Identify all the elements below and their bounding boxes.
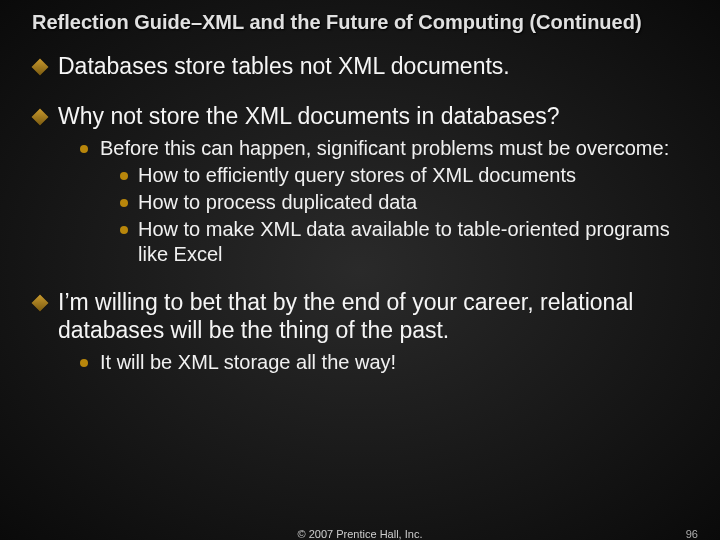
bullet-list: Databases store tables not XML documents…	[20, 53, 700, 375]
subsub-item: How to efficiently query stores of XML d…	[118, 163, 700, 188]
dot-icon	[120, 199, 128, 207]
diamond-icon	[32, 108, 49, 125]
sub-text: Before this can happen, significant prob…	[100, 137, 669, 159]
dot-icon	[120, 172, 128, 180]
slide: Reflection Guide–XML and the Future of C…	[0, 0, 720, 540]
subsub-item: How to process duplicated data	[118, 190, 700, 215]
sub-text: It will be XML storage all the way!	[100, 351, 396, 373]
bullet-text: Why not store the XML documents in datab…	[58, 103, 560, 129]
subsub-text: How to make XML data available to table-…	[138, 218, 670, 265]
slide-title: Reflection Guide–XML and the Future of C…	[32, 10, 700, 35]
sub-item: It will be XML storage all the way!	[78, 350, 700, 375]
bullet-text: I’m willing to bet that by the end of yo…	[58, 289, 633, 343]
subsub-text: How to efficiently query stores of XML d…	[138, 164, 576, 186]
dot-icon	[80, 145, 88, 153]
bullet-item: I’m willing to bet that by the end of yo…	[30, 289, 700, 375]
sub-list: It will be XML storage all the way!	[58, 350, 700, 375]
dot-icon	[80, 359, 88, 367]
bullet-text: Databases store tables not XML documents…	[58, 53, 510, 79]
diamond-icon	[32, 59, 49, 76]
sub-item: Before this can happen, significant prob…	[78, 136, 700, 267]
page-number: 96	[686, 528, 698, 540]
copyright-text: © 2007 Prentice Hall, Inc.	[0, 528, 720, 540]
subsub-text: How to process duplicated data	[138, 191, 417, 213]
subsub-item: How to make XML data available to table-…	[118, 217, 700, 267]
dot-icon	[120, 226, 128, 234]
sub-list: Before this can happen, significant prob…	[58, 136, 700, 267]
diamond-icon	[32, 295, 49, 312]
bullet-item: Why not store the XML documents in datab…	[30, 103, 700, 268]
bullet-item: Databases store tables not XML documents…	[30, 53, 700, 81]
subsub-list: How to efficiently query stores of XML d…	[100, 163, 700, 267]
